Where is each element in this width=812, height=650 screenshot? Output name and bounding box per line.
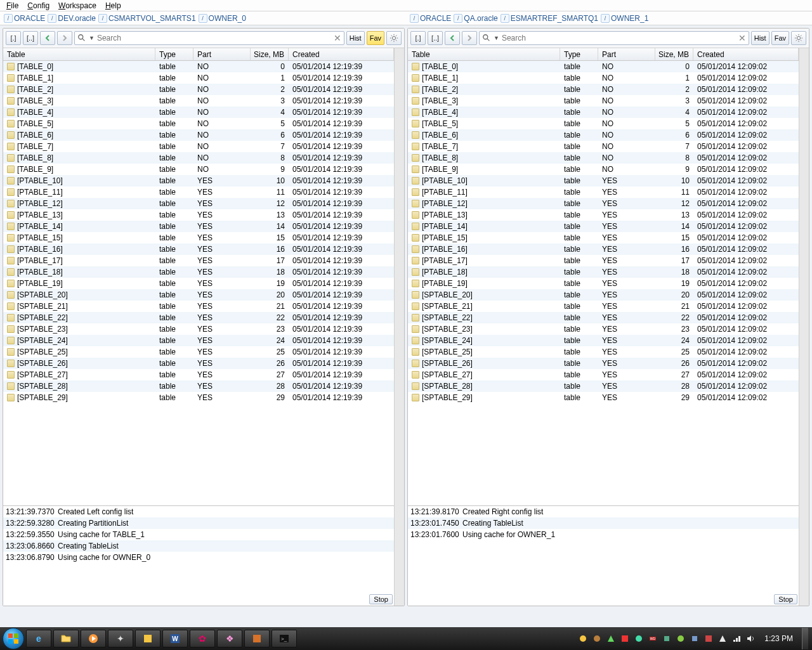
table-row[interactable]: [PTABLE_12]tableYES1205/01/2014 12:09:02: [408, 198, 799, 209]
stop-button[interactable]: Stop: [369, 594, 393, 604]
table-row[interactable]: [SPTABLE_22]tableYES2205/01/2014 12:09:0…: [408, 312, 799, 323]
table-row[interactable]: [TABLE_5]tableNO505/01/2014 12:09:02: [408, 118, 799, 129]
breadcrumb-segment[interactable]: ESMARTREF_SMARTQ1: [511, 14, 598, 23]
nav-back-button[interactable]: [445, 31, 460, 45]
menu-workspace[interactable]: Workspace: [58, 1, 96, 10]
table-row[interactable]: [SPTABLE_29]tableYES2905/01/2014 12:19:3…: [3, 392, 394, 403]
tray-icon[interactable]: [620, 634, 630, 644]
show-desktop-button[interactable]: [802, 628, 808, 649]
table-row[interactable]: [SPTABLE_23]tableYES2305/01/2014 12:09:0…: [408, 323, 799, 335]
breadcrumb-segment[interactable]: ORACLE: [420, 14, 451, 23]
table-row[interactable]: [TABLE_6]tableNO605/01/2014 12:19:39: [3, 129, 394, 141]
col-created[interactable]: Created: [289, 48, 394, 60]
hist-button[interactable]: Hist: [346, 31, 365, 45]
table-row[interactable]: [PTABLE_15]tableYES1505/01/2014 12:19:39: [3, 232, 394, 244]
col-size[interactable]: Size, MB: [655, 48, 693, 60]
table-row[interactable]: [PTABLE_12]tableYES1205/01/2014 12:19:39: [3, 198, 394, 209]
tray-icon[interactable]: WD: [648, 634, 658, 644]
tray-icon[interactable]: [634, 634, 644, 644]
search-input[interactable]: [502, 34, 736, 42]
table-row[interactable]: [PTABLE_11]tableYES1105/01/2014 12:09:02: [408, 186, 799, 198]
breadcrumb-sep-icon[interactable]: /: [410, 14, 419, 23]
table-row[interactable]: [SPTABLE_26]tableYES2605/01/2014 12:09:0…: [408, 358, 799, 369]
breadcrumb-sep-icon[interactable]: /: [601, 14, 610, 23]
taskbar-explorer[interactable]: [53, 630, 79, 647]
table-row[interactable]: [TABLE_8]tableNO805/01/2014 12:19:39: [3, 152, 394, 164]
search-input[interactable]: [97, 34, 331, 42]
table-row[interactable]: [SPTABLE_28]tableYES2805/01/2014 12:09:0…: [408, 380, 799, 392]
table-row[interactable]: [SPTABLE_27]tableYES2705/01/2014 12:19:3…: [3, 369, 394, 380]
breadcrumb-segment[interactable]: CSMARTVOL_SMARTS1: [108, 14, 196, 23]
breadcrumb-sep-icon[interactable]: /: [501, 14, 509, 23]
table-row[interactable]: [PTABLE_16]tableYES1605/01/2014 12:19:39: [3, 244, 394, 255]
table-row[interactable]: [TABLE_6]tableNO605/01/2014 12:09:02: [408, 129, 799, 141]
table-row[interactable]: [TABLE_7]tableNO705/01/2014 12:19:39: [3, 141, 394, 152]
table-row[interactable]: [PTABLE_14]tableYES1405/01/2014 12:09:02: [408, 221, 799, 232]
tray-icon[interactable]: [662, 634, 672, 644]
settings-button[interactable]: [386, 31, 402, 45]
table-row[interactable]: [SPTABLE_21]tableYES2105/01/2014 12:19:3…: [3, 301, 394, 312]
tray-network-icon[interactable]: [731, 634, 742, 644]
nav-dot-button[interactable]: [.]: [6, 31, 21, 45]
clear-search-icon[interactable]: ✕: [738, 33, 746, 43]
breadcrumb-sep-icon[interactable]: /: [4, 14, 13, 23]
tray-icon[interactable]: [606, 634, 616, 644]
nav-forward-button[interactable]: [462, 31, 477, 45]
table-row[interactable]: [PTABLE_13]tableYES1305/01/2014 12:09:02: [408, 209, 799, 221]
table-row[interactable]: [SPTABLE_25]tableYES2505/01/2014 12:19:3…: [3, 346, 394, 358]
table-row[interactable]: [TABLE_0]tableNO005/01/2014 12:19:39: [3, 61, 394, 72]
table-row[interactable]: [TABLE_0]tableNO005/01/2014 12:09:02: [408, 61, 799, 72]
taskbar-cmd[interactable]: >_: [272, 630, 297, 647]
table-row[interactable]: [TABLE_3]tableNO305/01/2014 12:19:39: [3, 95, 394, 107]
tray-icon[interactable]: [690, 634, 700, 644]
start-button[interactable]: [3, 628, 24, 649]
taskbar-word[interactable]: W: [162, 630, 188, 647]
table-row[interactable]: [TABLE_1]tableNO105/01/2014 12:19:39: [3, 72, 394, 84]
table-row[interactable]: [TABLE_3]tableNO305/01/2014 12:09:02: [408, 95, 799, 107]
col-table[interactable]: Table: [408, 48, 560, 60]
table-row[interactable]: [PTABLE_13]tableYES1305/01/2014 12:19:39: [3, 209, 394, 221]
table-row[interactable]: [PTABLE_11]tableYES1105/01/2014 12:19:39: [3, 186, 394, 198]
tray-icon[interactable]: [578, 634, 588, 644]
breadcrumb-segment[interactable]: ORACLE: [14, 14, 45, 23]
table-row[interactable]: [PTABLE_18]tableYES1805/01/2014 12:09:02: [408, 266, 799, 278]
col-size[interactable]: Size, MB: [251, 48, 289, 60]
tray-icon[interactable]: [717, 634, 728, 644]
nav-dot-button[interactable]: [.]: [410, 31, 426, 45]
taskbar-clock[interactable]: 1:23 PM: [759, 634, 798, 643]
table-row[interactable]: [PTABLE_17]tableYES1705/01/2014 12:09:02: [408, 255, 799, 266]
table-row[interactable]: [SPTABLE_20]tableYES2005/01/2014 12:09:0…: [408, 289, 799, 301]
table-row[interactable]: [PTABLE_19]tableYES1905/01/2014 12:09:02: [408, 278, 799, 289]
table-row[interactable]: [SPTABLE_21]tableYES2105/01/2014 12:09:0…: [408, 301, 799, 312]
col-part[interactable]: Part: [193, 48, 251, 60]
table-row[interactable]: [TABLE_4]tableNO405/01/2014 12:19:39: [3, 107, 394, 118]
table-row[interactable]: [PTABLE_19]tableYES1905/01/2014 12:19:39: [3, 278, 394, 289]
breadcrumb-segment[interactable]: OWNER_1: [611, 14, 648, 23]
nav-dotdot-button[interactable]: [..]: [23, 31, 38, 45]
nav-back-button[interactable]: [40, 31, 55, 45]
breadcrumb-segment[interactable]: OWNER_0: [209, 14, 246, 23]
menu-config[interactable]: Config: [27, 1, 49, 10]
table-row[interactable]: [TABLE_9]tableNO905/01/2014 12:09:02: [408, 164, 799, 175]
taskbar-app5[interactable]: [244, 630, 270, 647]
breadcrumb-sep-icon[interactable]: /: [454, 14, 462, 23]
taskbar-app2[interactable]: [135, 630, 160, 647]
col-type[interactable]: Type: [155, 48, 193, 60]
tray-icon[interactable]: [704, 634, 714, 644]
scrollbar[interactable]: [799, 48, 809, 606]
hist-button[interactable]: Hist: [751, 31, 769, 45]
search-box[interactable]: ▼ ✕: [74, 31, 344, 45]
table-row[interactable]: [PTABLE_18]tableYES1805/01/2014 12:19:39: [3, 266, 394, 278]
col-part[interactable]: Part: [598, 48, 655, 60]
table-row[interactable]: [PTABLE_16]tableYES1605/01/2014 12:09:02: [408, 244, 799, 255]
taskbar-media[interactable]: [81, 630, 106, 647]
col-created[interactable]: Created: [693, 48, 799, 60]
table-row[interactable]: [SPTABLE_20]tableYES2005/01/2014 12:19:3…: [3, 289, 394, 301]
breadcrumb-segment[interactable]: DEV.oracle: [58, 14, 96, 23]
taskbar-app3[interactable]: ✿: [190, 630, 215, 647]
table-row[interactable]: [SPTABLE_23]tableYES2305/01/2014 12:19:3…: [3, 323, 394, 335]
breadcrumb-sep-icon[interactable]: /: [48, 14, 56, 23]
table-row[interactable]: [SPTABLE_24]tableYES2405/01/2014 12:19:3…: [3, 335, 394, 346]
settings-button[interactable]: [791, 31, 806, 45]
taskbar-app1[interactable]: ✦: [108, 630, 133, 647]
